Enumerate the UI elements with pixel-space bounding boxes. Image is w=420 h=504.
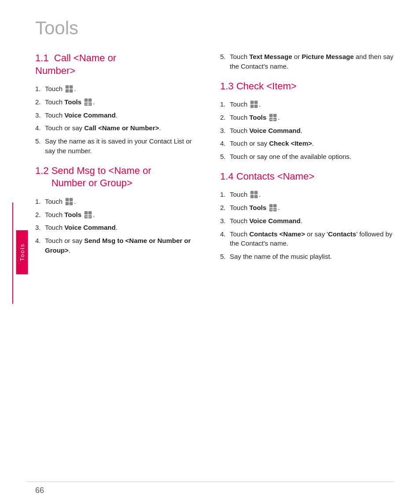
step-list-1-1: 1. Touch . 2. Touc xyxy=(35,84,203,156)
svg-rect-4 xyxy=(85,99,88,102)
section-1-4: 1.4 Contacts <Name> 1. Touch . xyxy=(220,170,394,261)
step-number: 2. xyxy=(220,203,228,213)
step-number: 3. xyxy=(220,216,228,226)
svg-rect-23 xyxy=(273,114,276,117)
right-column: 5. Touch Text Message or Picture Message… xyxy=(220,52,394,270)
grid-icon xyxy=(65,85,73,93)
step-item: 1. Touch . xyxy=(220,99,394,109)
step-item: 3. Touch Voice Command. xyxy=(35,110,203,120)
left-column: 1.1 Call <Name orNumber> 1. Touch . xyxy=(35,52,203,270)
step-text: Say the name as it is saved in your Cont… xyxy=(45,136,203,156)
step-number: 4. xyxy=(35,123,43,133)
step-number: 4. xyxy=(220,139,228,148)
sidebar-tab: Tools xyxy=(16,230,28,274)
svg-rect-31 xyxy=(269,204,273,207)
step-list-1-4: 1. Touch . 2. Touc xyxy=(220,190,394,261)
step-text: Touch . xyxy=(45,197,203,206)
tools-icon xyxy=(84,211,92,219)
step-text: Touch or say Send Msg to <Name or Number… xyxy=(45,236,203,255)
step-text: Touch Voice Command. xyxy=(230,216,394,226)
step-number: 2. xyxy=(35,97,43,107)
step-number: 5. xyxy=(220,152,228,162)
svg-rect-11 xyxy=(66,202,69,205)
step-text: Touch Voice Command. xyxy=(45,110,203,120)
step-item: 3. Touch Voice Command. xyxy=(220,216,394,226)
step-text: Touch or say one of the available option… xyxy=(230,152,394,162)
step-number: 5. xyxy=(35,136,43,156)
svg-rect-5 xyxy=(88,99,92,102)
step-item: 4. Touch Contacts <Name> or say 'Contact… xyxy=(220,229,394,249)
step-text: Say the name of the music playlist. xyxy=(230,252,394,261)
grid-icon xyxy=(65,198,73,206)
svg-rect-21 xyxy=(254,105,258,108)
svg-rect-20 xyxy=(251,105,254,108)
step-number: 1. xyxy=(220,99,228,109)
step-text: Touch . xyxy=(230,99,394,109)
svg-rect-18 xyxy=(251,101,254,104)
page-divider xyxy=(26,482,394,482)
svg-rect-0 xyxy=(66,85,69,88)
step-number: 1. xyxy=(220,190,228,199)
svg-rect-3 xyxy=(70,89,73,92)
tools-icon xyxy=(269,114,277,121)
tools-icon xyxy=(269,204,277,212)
section-1-2: 1.2 Send Msg to <Name or Number or Group… xyxy=(35,165,203,255)
page-title: Tools xyxy=(0,0,420,52)
step-item: 4. Touch or say Check <Item>. xyxy=(220,139,394,148)
svg-rect-2 xyxy=(66,89,69,92)
svg-rect-19 xyxy=(254,101,258,104)
step-item: 2. Touch Tools . xyxy=(35,210,203,220)
step-text: Touch Voice Command. xyxy=(230,126,394,136)
step-number: 4. xyxy=(35,236,43,255)
svg-rect-1 xyxy=(70,85,73,88)
step-item: 2. Touch Tools . xyxy=(220,113,394,122)
step-text: Touch or say Check <Item>. xyxy=(230,139,394,148)
grid-icon xyxy=(250,191,258,199)
step-item: 1. Touch . xyxy=(35,197,203,206)
step-number: 2. xyxy=(220,113,228,122)
svg-rect-12 xyxy=(70,202,73,205)
step-number: 5. xyxy=(220,52,228,71)
svg-rect-32 xyxy=(273,204,276,207)
step-list-1-3: 1. Touch . 2. Touc xyxy=(220,99,394,162)
step-text: Touch Tools . xyxy=(45,210,203,220)
step-number: 4. xyxy=(220,229,228,249)
step-number: 1. xyxy=(35,197,43,206)
step-item: 1. Touch . xyxy=(35,84,203,94)
svg-rect-30 xyxy=(254,195,258,198)
step-item: 2. Touch Tools . xyxy=(35,97,203,107)
step-item: 5. Touch or say one of the available opt… xyxy=(220,152,394,162)
step-item: 5. Touch Text Message or Picture Message… xyxy=(220,52,394,71)
intro-steps: 5. Touch Text Message or Picture Message… xyxy=(220,52,394,71)
svg-rect-27 xyxy=(251,191,254,194)
svg-rect-9 xyxy=(66,198,69,201)
page-number: 66 xyxy=(35,486,44,495)
section-title-1-3: 1.3 Check <Item> xyxy=(220,80,394,93)
grid-icon xyxy=(250,100,258,108)
svg-rect-28 xyxy=(254,191,258,194)
step-item: 1. Touch . xyxy=(220,190,394,199)
svg-rect-14 xyxy=(88,211,92,214)
step-text: Touch or say Call <Name or Number>. xyxy=(45,123,203,133)
step-text: Touch Voice Command. xyxy=(45,223,203,232)
section-title-1-2: 1.2 Send Msg to <Name or Number or Group… xyxy=(35,165,203,190)
step-number: 1. xyxy=(35,84,43,94)
step-text: Touch . xyxy=(230,190,394,199)
step-number: 3. xyxy=(35,223,43,232)
step-number: 2. xyxy=(35,210,43,220)
step-text: Touch Contacts <Name> or say 'Contacts' … xyxy=(230,229,394,249)
step-item: 5. Say the name of the music playlist. xyxy=(220,252,394,261)
step-number: 5. xyxy=(220,252,228,261)
svg-rect-13 xyxy=(85,211,88,214)
step-text: Touch Text Message or Picture Message an… xyxy=(230,52,394,71)
section-title-1-4: 1.4 Contacts <Name> xyxy=(220,170,394,183)
step-number: 3. xyxy=(35,110,43,120)
sidebar-line xyxy=(12,202,13,304)
step-list-1-2: 1. Touch . 2. Touc xyxy=(35,197,203,255)
section-1-3: 1.3 Check <Item> 1. Touch . xyxy=(220,80,394,162)
step-item: 4. Touch or say Call <Name or Number>. xyxy=(35,123,203,133)
step-item: 3. Touch Voice Command. xyxy=(220,126,394,136)
content-area: 1.1 Call <Name orNumber> 1. Touch . xyxy=(0,52,420,288)
step-item: 4. Touch or say Send Msg to <Name or Num… xyxy=(35,236,203,255)
step-number: 3. xyxy=(220,126,228,136)
